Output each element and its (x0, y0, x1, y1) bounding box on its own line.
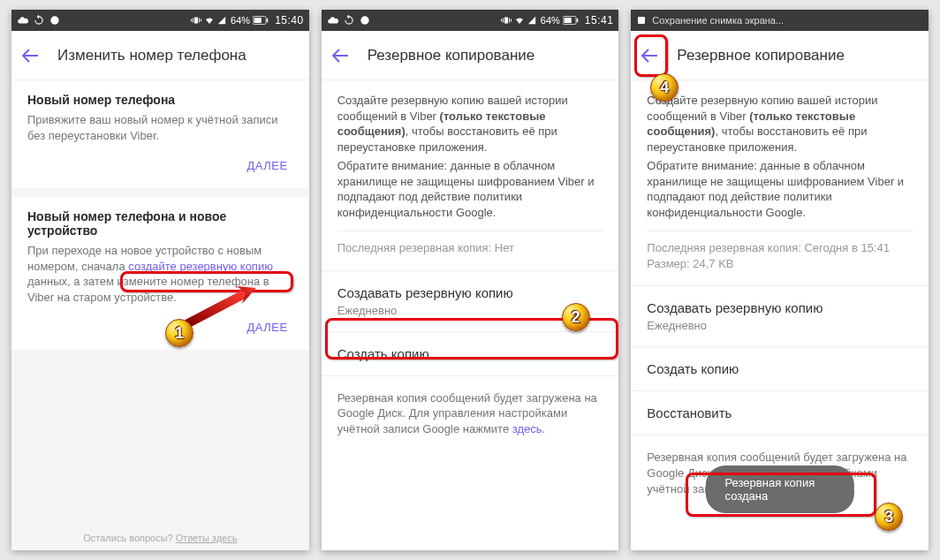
wifi-icon (514, 15, 525, 26)
next-button[interactable]: ДАЛЕЕ (242, 314, 293, 341)
annotation-marker-1: 1 (165, 319, 193, 347)
svg-rect-8 (638, 17, 645, 24)
toast-message: Резервная копия создана (706, 465, 854, 513)
battery-pct: 64% (231, 15, 250, 26)
backup-desc: Создайте резервную копию вашей истории с… (337, 93, 603, 155)
section-heading: Новый номер телефона (27, 93, 293, 107)
svg-rect-2 (254, 18, 262, 23)
saving-text: Сохранение снимка экрана... (652, 15, 784, 26)
vibrate-icon (191, 15, 201, 26)
status-bar: 64% 15:40 (11, 10, 309, 31)
sync-icon (343, 14, 355, 26)
section-heading: Новый номер телефона и новое устройство (27, 209, 293, 238)
content: Новый номер телефона Привяжите ваш новый… (11, 80, 309, 550)
svg-rect-3 (267, 19, 269, 23)
svg-rect-7 (577, 19, 579, 23)
app-bar: Резервное копирование (322, 31, 619, 80)
backup-desc: Создайте резервную копию вашей истории с… (647, 93, 913, 155)
phone-screen-1: 64% 15:40 Изменить номер телефона Новый … (11, 10, 309, 550)
svg-rect-6 (564, 18, 571, 23)
battery-icon (253, 15, 269, 26)
page-title: Резервное копирование (677, 47, 845, 64)
app-bar: Изменить номер телефона (11, 31, 309, 80)
clock-text: 15:41 (585, 14, 614, 26)
footer-help: Остались вопросы? Ответы здесь (11, 526, 309, 550)
annotation-marker-2: 2 (562, 303, 590, 331)
backup-frequency-item[interactable]: Создавать резервную копию Ежедневно (631, 288, 929, 344)
sync-icon (33, 14, 45, 26)
status-bar: 64% 15:41 (322, 10, 619, 31)
backup-size: Размер: 24,7 KB (647, 256, 913, 272)
phone-screen-2: 64% 15:41 Резервное копирование Создайте… (322, 10, 619, 550)
battery-icon (563, 15, 579, 26)
new-device-section: Новый номер телефона и новое устройство … (11, 197, 309, 350)
section-desc: Привяжите ваш новый номер к учётной запи… (27, 112, 293, 143)
backup-warning: Обратите внимание: данные в облачном хра… (647, 158, 913, 220)
backup-warning: Обратите внимание: данные в облачном хра… (337, 158, 603, 220)
backup-info-section: Создайте резервную копию вашей истории с… (631, 80, 929, 284)
cloud-icon (17, 14, 29, 26)
next-button[interactable]: ДАЛЕЕ (242, 152, 293, 179)
viber-notif-icon (49, 14, 61, 26)
svg-point-0 (50, 16, 58, 24)
save-icon (636, 15, 647, 26)
help-link[interactable]: Ответы здесь (176, 533, 238, 543)
google-info: Резервная копия сообщений будет загружен… (322, 378, 619, 446)
battery-pct: 64% (541, 15, 560, 26)
back-icon[interactable] (20, 45, 42, 66)
back-icon[interactable] (330, 45, 352, 66)
new-number-section: Новый номер телефона Привяжите ваш новый… (11, 80, 309, 188)
backup-info-section: Создайте резервную копию вашей истории с… (322, 80, 619, 269)
back-icon[interactable] (640, 45, 661, 66)
section-desc: При переходе на новое устройство с новым… (27, 243, 293, 305)
create-backup-item[interactable]: Создать копию (631, 349, 929, 389)
viber-notif-icon (359, 14, 371, 26)
google-settings-link[interactable]: здесь (512, 422, 542, 435)
restore-item[interactable]: Восстановить (631, 393, 929, 433)
svg-point-4 (360, 16, 368, 24)
annotation-marker-3: 3 (875, 503, 903, 531)
backup-link[interactable]: создайте резервную копию (128, 260, 273, 273)
create-backup-item[interactable]: Создать копию (322, 334, 619, 374)
page-title: Резервное копирование (368, 47, 535, 64)
phone-screen-3: Сохранение снимка экрана... Резервное ко… (631, 10, 929, 550)
last-backup-info: Последняя резервная копия: Сегодня в 15:… (647, 240, 913, 256)
signal-icon (527, 15, 536, 26)
cloud-icon (327, 14, 339, 26)
status-bar: Сохранение снимка экрана... (631, 10, 929, 31)
clock-text: 15:40 (275, 14, 304, 26)
signal-icon (217, 15, 226, 26)
annotation-marker-4: 4 (650, 73, 678, 102)
vibrate-icon (501, 15, 512, 26)
last-backup-info: Последняя резервная копия: Нет (337, 240, 603, 256)
page-title: Изменить номер телефона (57, 47, 246, 64)
wifi-icon (204, 15, 215, 26)
